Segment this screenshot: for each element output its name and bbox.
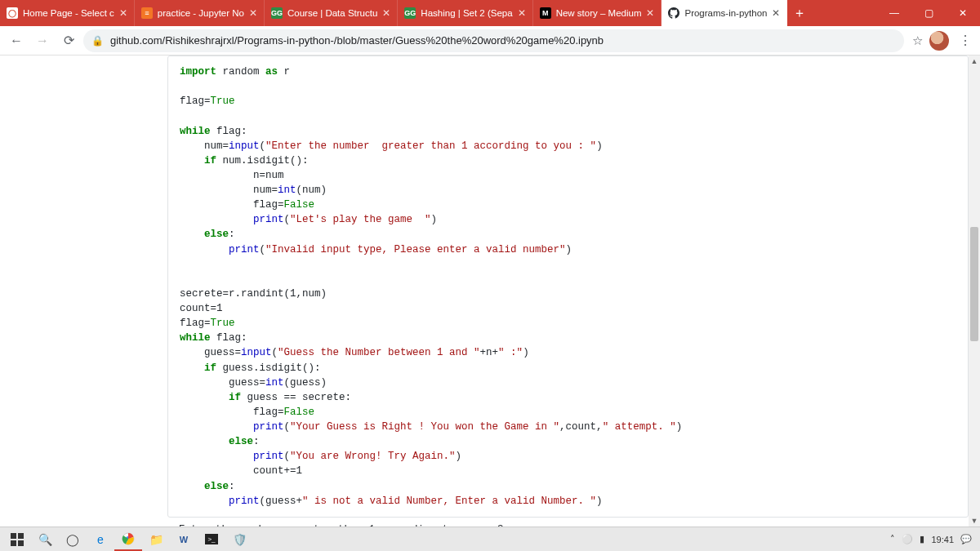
browser-tab[interactable]: GGCourse | Data Structu✕ [265, 0, 398, 26]
terminal-app-icon[interactable]: >_ [198, 528, 225, 551]
window-controls: — ▢ ✕ [877, 0, 980, 26]
svg-rect-1 [18, 533, 24, 539]
tab-title: Course | Data Structu [287, 8, 377, 18]
notifications-icon[interactable]: 💬 [960, 534, 972, 544]
svg-rect-3 [18, 540, 24, 546]
back-button[interactable]: ← [5, 29, 28, 52]
scroll-down-arrow[interactable]: ▼ [969, 515, 980, 527]
new-tab-button[interactable]: ＋ [787, 0, 812, 26]
browser-tab[interactable]: Programs-in-python✕ [662, 0, 787, 26]
windows-taskbar: 🔍 ◯ e 📁 W >_ 🛡️ ˄ ⚪ ▮ 19:41 💬 [0, 527, 980, 551]
reload-button[interactable]: ⟳ [57, 29, 80, 52]
minimize-button[interactable]: — [877, 0, 911, 26]
start-button[interactable] [3, 528, 31, 551]
forward-button[interactable]: → [31, 29, 54, 52]
svg-rect-0 [11, 533, 16, 539]
address-bar: ← → ⟳ 🔒 github.com/Rishikeshrajrxl/Progr… [0, 26, 980, 56]
tab-favicon: ≡ [141, 7, 153, 19]
profile-avatar[interactable] [929, 31, 949, 51]
browser-tab[interactable]: GGHashing | Set 2 (Sepa✕ [398, 0, 532, 26]
cell-output: Enter the number greater than 1 accordin… [167, 518, 969, 527]
battery-icon[interactable]: ▮ [920, 534, 924, 544]
bookmark-star-icon[interactable]: ☆ [912, 33, 923, 48]
vertical-scrollbar[interactable]: ▲ ▼ [969, 56, 980, 527]
chrome-app-icon[interactable] [114, 528, 142, 551]
code-cell: import random as r flag=True while flag:… [167, 56, 969, 518]
tab-favicon: GG [404, 7, 416, 19]
tab-close-icon[interactable]: ✕ [518, 7, 526, 19]
tab-favicon: GG [271, 7, 283, 19]
tab-close-icon[interactable]: ✕ [119, 7, 127, 19]
browser-tab[interactable]: ◯Home Page - Select c✕ [0, 0, 135, 26]
page-content: import random as r flag=True while flag:… [0, 56, 980, 527]
lock-icon: 🔒 [91, 35, 104, 47]
source-code: import random as r flag=True while flag:… [180, 64, 956, 509]
url-input[interactable]: 🔒 github.com/Rishikeshrajrxl/Programs-in… [83, 29, 904, 52]
browser-menu-button[interactable]: ⋮ [956, 33, 975, 48]
system-tray: ˄ ⚪ ▮ 19:41 💬 [890, 534, 977, 544]
word-app-icon[interactable]: W [170, 528, 198, 551]
maximize-button[interactable]: ▢ [911, 0, 946, 26]
svg-rect-2 [11, 540, 16, 546]
tab-close-icon[interactable]: ✕ [249, 7, 257, 19]
browser-tab[interactable]: ≡practice - Jupyter No✕ [135, 0, 265, 26]
browser-tab[interactable]: MNew story – Medium✕ [533, 0, 662, 26]
tab-close-icon[interactable]: ✕ [772, 7, 780, 19]
tab-favicon: ◯ [7, 7, 18, 19]
tab-close-icon[interactable]: ✕ [382, 7, 390, 19]
close-window-button[interactable]: ✕ [946, 0, 980, 26]
security-app-icon[interactable]: 🛡️ [225, 528, 253, 551]
edge-app-icon[interactable]: e [87, 528, 114, 551]
tab-title: Hashing | Set 2 (Sepa [421, 8, 512, 18]
tab-title: practice - Jupyter No [158, 8, 244, 18]
task-view-button[interactable]: ◯ [59, 528, 87, 551]
tab-title: Home Page - Select c [23, 8, 114, 18]
search-button[interactable]: 🔍 [31, 528, 59, 551]
tab-title: New story – Medium [556, 8, 642, 18]
wifi-icon[interactable]: ⚪ [902, 534, 913, 544]
scroll-up-arrow[interactable]: ▲ [969, 56, 980, 67]
explorer-app-icon[interactable]: 📁 [142, 528, 170, 551]
tab-close-icon[interactable]: ✕ [646, 7, 654, 19]
browser-tabstrip: ◯Home Page - Select c✕≡practice - Jupyte… [0, 0, 980, 26]
url-text: github.com/Rishikeshrajrxl/Programs-in-p… [110, 34, 604, 47]
tab-favicon [668, 7, 679, 19]
tab-favicon: M [540, 7, 551, 19]
tray-chevron-icon[interactable]: ˄ [890, 534, 895, 544]
clock[interactable]: 19:41 [931, 535, 954, 544]
scrollbar-thumb[interactable] [970, 227, 978, 341]
tab-title: Programs-in-python [684, 8, 767, 18]
